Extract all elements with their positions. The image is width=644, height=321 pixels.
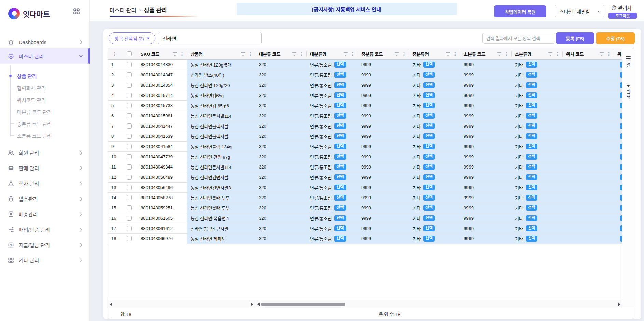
columns-panel-tab[interactable]: 열 xyxy=(625,56,631,68)
select-badge-button[interactable]: 선택 xyxy=(334,92,346,98)
column-header-9[interactable]: 위치⋮ xyxy=(614,48,622,59)
row-checkbox[interactable] xyxy=(127,195,132,200)
scroll-right-icon[interactable] xyxy=(618,303,620,306)
select-badge-button[interactable]: 선택 xyxy=(526,82,537,88)
row-checkbox[interactable] xyxy=(127,144,132,149)
select-badge-button[interactable]: 선택 xyxy=(334,174,346,180)
table-row[interactable]: 178801043061612신라면볶음면 큰사발320면류/통조림선택9999… xyxy=(108,223,622,234)
select-badge-button[interactable]: 선택 xyxy=(620,72,622,78)
select-badge-button[interactable]: 선택 xyxy=(334,154,346,160)
select-badge-button[interactable]: 선택 xyxy=(334,82,346,88)
column-menu-icon[interactable]: ⋮ xyxy=(555,52,560,56)
select-badge-button[interactable]: 선택 xyxy=(423,174,435,180)
select-badge-button[interactable]: 선택 xyxy=(620,195,622,201)
column-menu-icon[interactable]: ⋮ xyxy=(606,52,611,56)
select-badge-button[interactable]: 선택 xyxy=(334,133,346,139)
table-row[interactable]: 158801043059251농심 신라면블랙 두부320면류/통조림선택999… xyxy=(108,203,622,213)
column-header-0[interactable]: SKU 코드⋮ xyxy=(137,48,187,59)
sidebar-subitem[interactable]: 대분류 코드 관리 xyxy=(0,106,90,118)
restore-data-button[interactable]: 작업데이터 복원 xyxy=(494,5,546,17)
sidebar-subitem[interactable]: 중분류 코드 관리 xyxy=(0,118,90,130)
column-menu-icon[interactable]: ⋮ xyxy=(402,52,406,56)
column-header-7[interactable]: 소분류명⋮ xyxy=(512,48,563,59)
scroll-left-icon[interactable] xyxy=(257,303,260,306)
select-badge-button[interactable]: 선택 xyxy=(620,144,622,149)
sidebar-item-payments[interactable]: $지불/입금 관리 xyxy=(0,237,90,252)
select-badge-button[interactable]: 선택 xyxy=(526,195,537,201)
column-menu-icon[interactable]: ⋮ xyxy=(180,52,184,56)
row-checkbox[interactable] xyxy=(127,103,132,108)
select-badge-button[interactable]: 선택 xyxy=(526,225,537,231)
search-input[interactable] xyxy=(158,32,262,44)
select-badge-button[interactable]: 선택 xyxy=(423,103,435,108)
row-checkbox[interactable] xyxy=(127,185,132,190)
grid-menu-header-cell[interactable]: ⋮ xyxy=(108,48,121,59)
table-row[interactable]: 118801043049344농심 신라면큰사발114320면류/통조림선택99… xyxy=(108,162,622,172)
sidebar-item-purchase-returns[interactable]: 매입/반품 관리 xyxy=(0,222,90,237)
sidebar-item-etc[interactable]: 기타 관리 xyxy=(0,252,90,268)
select-badge-button[interactable]: 선택 xyxy=(334,72,346,78)
select-badge-button[interactable]: 선택 xyxy=(423,123,435,129)
sidebar-subitem[interactable]: 소분류 코드 관리 xyxy=(0,130,90,142)
sidebar-item-members[interactable]: 회원 관리 xyxy=(0,145,90,160)
scroll-right-icon[interactable] xyxy=(251,303,253,306)
row-checkbox[interactable] xyxy=(127,154,132,159)
select-badge-button[interactable]: 선택 xyxy=(620,185,622,190)
edit-button[interactable]: 수정 (F6) xyxy=(596,32,635,44)
select-badge-button[interactable]: 선택 xyxy=(423,236,435,242)
select-badge-button[interactable]: 선택 xyxy=(620,92,622,98)
select-badge-button[interactable]: 선택 xyxy=(620,164,622,170)
style-select[interactable]: 스타일 : 세밀함 ⌄ xyxy=(555,5,604,17)
filter-panel-tab[interactable]: 필터 xyxy=(625,84,631,100)
select-badge-button[interactable]: 선택 xyxy=(423,72,435,78)
scroll-left-icon[interactable] xyxy=(110,303,112,306)
table-row[interactable]: 168801043061605농심 신라면 볶음면 1320면류/통조림선택99… xyxy=(108,213,622,223)
select-badge-button[interactable]: 선택 xyxy=(526,164,537,170)
select-badge-button[interactable]: 선택 xyxy=(423,185,435,190)
sidebar-subitem[interactable]: 협력회사 관리 xyxy=(0,82,90,94)
table-row[interactable]: 108801043047739농심 신라면 건면 97g320면류/통조림선택9… xyxy=(108,152,622,162)
table-row[interactable]: 68801043015981농심 신라면큰사발114320면류/통조림선택999… xyxy=(108,111,622,121)
select-badge-button[interactable]: 선택 xyxy=(423,154,435,160)
select-all-checkbox[interactable] xyxy=(127,51,132,56)
filter-icon[interactable] xyxy=(599,52,604,56)
sidebar-item-events[interactable]: 행사 관리 xyxy=(0,176,90,191)
table-row[interactable]: 138801043056496농심 신라면건면사발3320면류/통조림선택999… xyxy=(108,183,622,193)
filter-icon[interactable] xyxy=(241,52,246,56)
row-checkbox[interactable] xyxy=(127,72,132,77)
select-badge-button[interactable]: 선택 xyxy=(334,123,346,129)
select-badge-button[interactable]: 선택 xyxy=(423,82,435,88)
select-badge-button[interactable]: 선택 xyxy=(334,225,346,231)
select-badge-button[interactable]: 선택 xyxy=(620,205,622,211)
select-badge-button[interactable]: 선택 xyxy=(423,92,435,98)
select-badge-button[interactable]: 선택 xyxy=(423,215,435,221)
select-badge-button[interactable]: 선택 xyxy=(334,113,346,119)
select-badge-button[interactable]: 선택 xyxy=(620,133,622,139)
select-badge-button[interactable]: 선택 xyxy=(526,236,537,242)
select-badge-button[interactable]: 선택 xyxy=(526,123,537,129)
sidebar-item-dashboards[interactable]: Dashboards xyxy=(0,35,90,48)
select-badge-button[interactable]: 선택 xyxy=(423,62,435,68)
table-row[interactable]: 58801043015738농심 신라면컵 65g*6320면류/통조림선택99… xyxy=(108,101,622,111)
select-badge-button[interactable]: 선택 xyxy=(620,154,622,160)
table-row[interactable]: 148801043058278농심 신라면블랙 두부320면류/통조림선택999… xyxy=(108,193,622,203)
select-badge-button[interactable]: 선택 xyxy=(526,113,537,119)
select-badge-button[interactable]: 선택 xyxy=(334,195,346,201)
select-badge-button[interactable]: 선택 xyxy=(620,215,622,221)
select-badge-button[interactable]: 선택 xyxy=(334,144,346,149)
row-checkbox[interactable] xyxy=(127,123,132,129)
row-checkbox[interactable] xyxy=(127,236,132,241)
row-checkbox[interactable] xyxy=(127,113,132,118)
sidebar-item-delivery[interactable]: 배송관리 xyxy=(0,206,90,222)
select-badge-button[interactable]: 선택 xyxy=(526,92,537,98)
select-badge-button[interactable]: 선택 xyxy=(334,103,346,108)
table-row[interactable]: 18801043014830농심 신라면 120g*5개320면류/통조림선택9… xyxy=(108,60,622,70)
column-header-1[interactable]: 상품명⋮ xyxy=(187,48,255,59)
column-header-5[interactable]: 중분류명⋮ xyxy=(409,48,460,59)
select-badge-button[interactable]: 선택 xyxy=(334,205,346,211)
filter-icon[interactable] xyxy=(343,52,348,56)
row-checkbox[interactable] xyxy=(127,205,132,210)
sidebar-item-orders[interactable]: 발주관리 xyxy=(0,191,90,206)
column-header-2[interactable]: 대분류 코드⋮ xyxy=(255,48,307,59)
select-badge-button[interactable]: 선택 xyxy=(526,174,537,180)
